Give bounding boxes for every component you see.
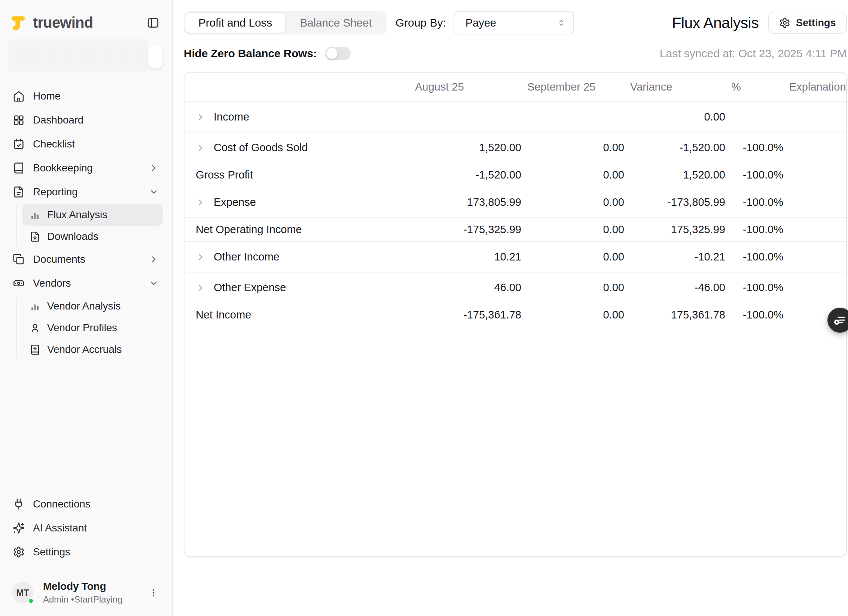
online-status-dot [28,598,34,604]
cell-september-25: 0.00 [521,196,624,208]
brand-logo: truewind [10,14,93,31]
vendors-subgroup: Vendor Analysis Vendor Profiles Vendor A… [9,295,163,360]
row-name: Other Income [214,251,280,263]
row-name: Other Expense [214,281,286,294]
group-by-control: Group By: Payee [396,11,574,34]
sidebar-item-connections[interactable]: Connections [9,492,163,516]
flux-settings-button[interactable]: Settings [768,12,847,34]
gear-icon [779,17,790,28]
cell-september-25: 0.00 [521,223,624,236]
book-plus-icon [30,344,40,355]
sidebar-item-label: Vendors [33,277,141,289]
skeleton-block [7,39,147,72]
file-download-icon [30,231,40,242]
book-icon [13,162,25,174]
row-expand-chevron-icon[interactable] [196,283,205,293]
group-by-label: Group By: [396,16,446,29]
cell-september-25: 0.00 [521,169,624,181]
sidebar-item-label: Documents [33,253,141,265]
chevron-right-icon [149,163,159,173]
cell-august-25: 46.00 [409,281,521,294]
sidebar-item-downloads[interactable]: Downloads [22,226,163,247]
group-by-select[interactable]: Payee [454,11,574,34]
avatar: MT [12,582,33,603]
gear-icon [13,546,25,558]
cell-august-25: -1,520.00 [409,169,521,181]
row-expand-chevron-icon[interactable] [196,112,205,122]
cell-september-25: 0.00 [521,281,624,294]
row-expand-chevron-icon[interactable] [196,143,205,153]
cell-percent: -100.0% [725,196,783,208]
row-name: Net Income [196,309,251,321]
bar-chart-icon [30,210,40,220]
row-name-cell: Other Expense [184,281,409,294]
cell-variance: 0.00 [624,111,725,123]
titlebar: Flux Analysis Settings [672,12,847,34]
row-expand-chevron-icon[interactable] [196,198,205,207]
sidebar-nav: Home Dashboard Checklist Bookkeeping [0,84,172,360]
avatar-initials: MT [16,588,29,598]
main-content: Profit and Loss Balance Sheet Group By: … [173,0,848,616]
user-name: Melody Tong [43,580,136,592]
cell-percent: -100.0% [725,223,783,236]
row-name-cell: Other Income [184,251,409,263]
group-by-value: Payee [466,17,496,29]
sidebar-item-vendor-accruals[interactable]: Vendor Accruals [22,339,163,360]
row-name: Income [214,111,249,123]
sidebar-item-ai-assistant[interactable]: Settings AI Assistant [9,516,163,540]
tab-balance-sheet[interactable]: Balance Sheet [287,13,385,33]
table-row-income: Income 0.00 [184,102,846,132]
sidebar-item-vendor-analysis[interactable]: Vendor Analysis [22,295,163,317]
hide-zero-label: Hide Zero Balance Rows: [184,47,317,60]
sidebar-item-reporting[interactable]: Reporting [9,180,163,204]
sidebar-item-vendors[interactable]: Vendors [9,271,163,295]
table-row-other-income: Other Income 10.21 0.00 -10.21 -100.0% [184,242,846,272]
cell-variance: 1,520.00 [624,169,725,181]
user-role: Admin •StartPlaying [43,594,136,605]
toolbar: Profit and Loss Balance Sheet Group By: … [184,11,847,34]
sidebar: truewind Home [0,0,173,616]
user-menu-button[interactable] [146,585,161,600]
column-header-explanation: Explanation [783,81,846,93]
sparkles-icon [13,522,25,534]
calendar-check-icon [13,138,25,150]
table-row-expense: Expense 173,805.99 0.00 -173,805.99 -100… [184,187,846,218]
home-icon [13,90,25,102]
cell-variance: -46.00 [624,281,725,294]
table-row-net-income: Net Income -175,361.78 0.00 175,361.78 -… [184,303,846,327]
sidebar-collapse-button[interactable] [147,16,159,29]
tab-profit-and-loss[interactable]: Profit and Loss [185,13,285,33]
sidebar-item-dashboard[interactable]: Dashboard [9,108,163,132]
sidebar-item-label: Downloads [47,231,156,243]
sidebar-item-home[interactable]: Home [9,84,163,108]
sidebar-bottom-nav: Connections Settings AI Assistant Settin… [0,492,172,564]
workspace-expand-button[interactable] [148,45,162,68]
filter-bar: Hide Zero Balance Rows: Last synced at: … [184,46,847,61]
settings-button-label: Settings [796,17,836,29]
user-profile[interactable]: MT Melody Tong Admin •StartPlaying [0,564,172,616]
cell-variance: -10.21 [624,251,725,263]
chevron-down-icon [149,187,159,197]
sidebar-item-label: Flux Analysis [47,209,156,221]
sidebar-item-bookkeeping[interactable]: Bookkeeping [9,156,163,180]
page-title: Flux Analysis [672,14,759,32]
column-header-september-25: September 25 [521,81,624,93]
sidebar-item-documents[interactable]: Documents [9,247,163,271]
row-name: Cost of Goods Sold [214,141,308,154]
chevron-down-icon [149,278,159,288]
row-expand-chevron-icon[interactable] [196,252,205,262]
sidebar-item-label: Vendor Profiles [47,322,156,334]
dashboard-icon [13,114,25,126]
app-root: truewind Home [0,0,848,616]
column-header-variance: Variance [624,81,725,93]
cell-variance: 175,325.99 [624,223,725,236]
sidebar-item-flux-analysis[interactable]: Flux Analysis [22,204,163,226]
sidebar-item-vendor-profiles[interactable]: Vendor Profiles [22,317,163,339]
table-row-other-expense: Other Expense 46.00 0.00 -46.00 -100.0% [184,272,846,303]
row-name: Gross Profit [196,169,253,181]
sidebar-item-checklist[interactable]: Checklist [9,132,163,156]
table-header-row: August 25 September 25 Variance % Explan… [184,73,846,102]
sidebar-item-settings[interactable]: Settings [9,540,163,564]
hide-zero-toggle[interactable] [325,47,351,60]
row-name: Net Operating Income [196,223,302,236]
